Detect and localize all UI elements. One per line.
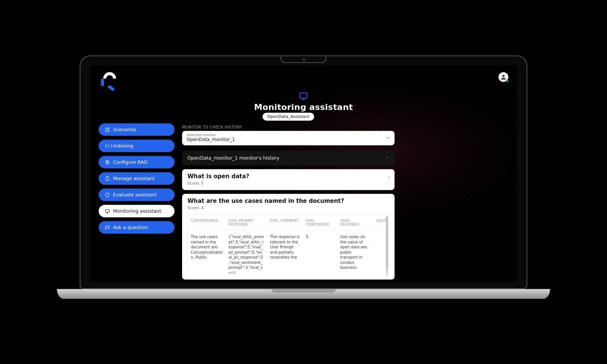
page-title: Monitoring assistant <box>99 102 508 112</box>
history-card-question: What are the use cases named in the docu… <box>187 198 389 204</box>
topbar <box>99 72 508 94</box>
list-icon <box>105 127 110 132</box>
sidebar-item-label: Monitoring assistant <box>113 208 161 214</box>
sidebar-item-label: Indexing <box>113 143 134 149</box>
monitor-select-label: MONITOR TO CHECK HISTORY <box>182 125 395 129</box>
monitor-select[interactable]: Selected monitor OpenData_monitor_1 <box>182 131 395 145</box>
history-card-score: Score: 5 <box>187 181 389 185</box>
user-avatar[interactable] <box>498 72 508 82</box>
monitor-select-caption: Selected monitor <box>187 133 390 137</box>
app-logo[interactable] <box>99 72 116 89</box>
col-header: USER <box>373 215 389 231</box>
history-card-question: What is open data? <box>187 173 389 180</box>
chevron-down-icon <box>385 155 389 161</box>
sidebar-item-ask-question[interactable]: Ask a question <box>99 221 175 234</box>
laptop-base <box>57 289 550 299</box>
history-panel-title: OpenData_monitor_1 monitor's history <box>187 155 279 161</box>
sidebar-item-label: Scenarios <box>113 127 136 132</box>
sidebar-item-indexing[interactable]: (•) Indexing <box>99 140 175 152</box>
assistant-chip[interactable]: OpenData_Assistant <box>263 113 314 121</box>
page-header: Monitoring assistant <box>99 93 508 112</box>
clipboard-icon <box>105 176 110 181</box>
laptop-bezel: Monitoring assistant Scenarios (•) Index… <box>80 55 527 289</box>
sidebar-item-label: Manage assistant <box>113 176 155 181</box>
col-header: EVAL CONFIDENCE <box>303 215 337 231</box>
history-card-expanded: What are the use cases named in the docu… <box>182 194 395 279</box>
sidebar-item-manage-assistant[interactable]: Manage assistant <box>99 172 175 185</box>
laptop-mockup: Monitoring assistant Scenarios (•) Index… <box>80 55 527 299</box>
monitor-icon <box>105 209 110 214</box>
history-card[interactable]: What is open data? Score: 5 ‹ <box>182 169 395 190</box>
sidebar: Scenarios (•) Indexing Configure RAG <box>99 123 175 281</box>
history-card-score: Score: 4 <box>187 206 389 210</box>
brackets-icon: (•) <box>105 143 110 149</box>
fade-overlay <box>182 268 395 279</box>
status-online-dot <box>506 80 509 82</box>
main-content: OpenData_Assistant MONITOR TO CHECK HIST… <box>182 123 395 281</box>
svg-rect-3 <box>105 209 110 212</box>
laptop-notch <box>281 56 326 63</box>
svg-rect-2 <box>106 177 109 180</box>
sidebar-item-scenarios[interactable]: Scenarios <box>99 123 175 136</box>
col-header: EVAL COMMENT <box>267 215 303 231</box>
history-panel-header[interactable]: OpenData_monitor_1 monitor's history <box>182 151 395 165</box>
sidebar-item-label: Configure RAG <box>113 159 148 165</box>
col-header: USER RESPONSE <box>337 215 373 231</box>
sidebar-item-monitoring-assistant[interactable]: Monitoring assistant <box>99 205 175 217</box>
sidebar-item-label: Evaluate assistant <box>113 192 157 198</box>
shield-icon <box>105 192 110 198</box>
stack-icon <box>105 160 110 165</box>
sidebar-item-evaluate-assistant[interactable]: Evaluate assistant <box>99 188 175 201</box>
monitor-select-value: OpenData_monitor_1 <box>187 137 390 142</box>
app-screen: Monitoring assistant Scenarios (•) Index… <box>90 65 517 281</box>
sidebar-item-label: Ask a question <box>113 224 148 230</box>
camera-icon <box>302 58 305 61</box>
chevron-down-icon <box>385 135 390 142</box>
chat-icon <box>105 225 110 230</box>
col-header: EVAL PROMPT RESPONSE <box>226 215 267 231</box>
sidebar-item-configure-rag[interactable]: Configure RAG <box>99 156 175 168</box>
monitor-icon <box>300 93 307 99</box>
chevron-left-icon: ‹ <box>388 174 390 180</box>
col-header: LLM RESPONSE <box>188 215 226 231</box>
svg-point-0 <box>502 75 505 77</box>
